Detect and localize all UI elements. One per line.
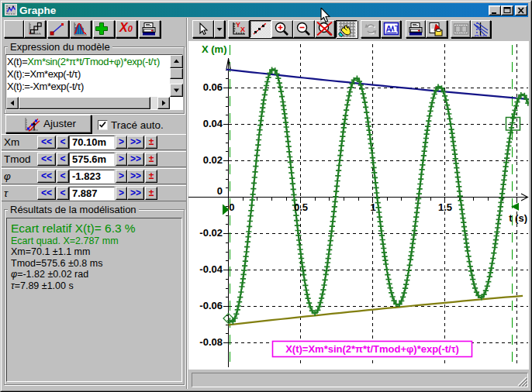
svg-text:A: A <box>385 24 392 33</box>
svg-text:0.5: 0.5 <box>294 201 308 213</box>
svg-text:-0.08: -0.08 <box>199 336 223 348</box>
svg-text:X: X <box>240 26 245 33</box>
svg-text:X (m): X (m) <box>202 43 227 55</box>
svg-text:X(t)=Xm*sin(2*π*t/Tmod+φ)*exp(: X(t)=Xm*sin(2*π*t/Tmod+φ)*exp(-t/τ) <box>285 343 459 355</box>
svg-text:0.02: 0.02 <box>203 154 223 166</box>
svg-text:-0.02: -0.02 <box>199 227 223 239</box>
svg-text:t (s): t (s) <box>509 212 527 224</box>
svg-text:0: 0 <box>217 185 223 197</box>
svg-text:1: 1 <box>370 201 375 213</box>
svg-text:-0.04: -0.04 <box>199 263 223 275</box>
svg-text:1.5: 1.5 <box>438 201 452 213</box>
svg-text:0.06: 0.06 <box>203 81 223 93</box>
svg-text:-0.06: -0.06 <box>199 300 223 311</box>
svg-text:0.04: 0.04 <box>203 118 223 129</box>
svg-text:0: 0 <box>229 201 234 213</box>
